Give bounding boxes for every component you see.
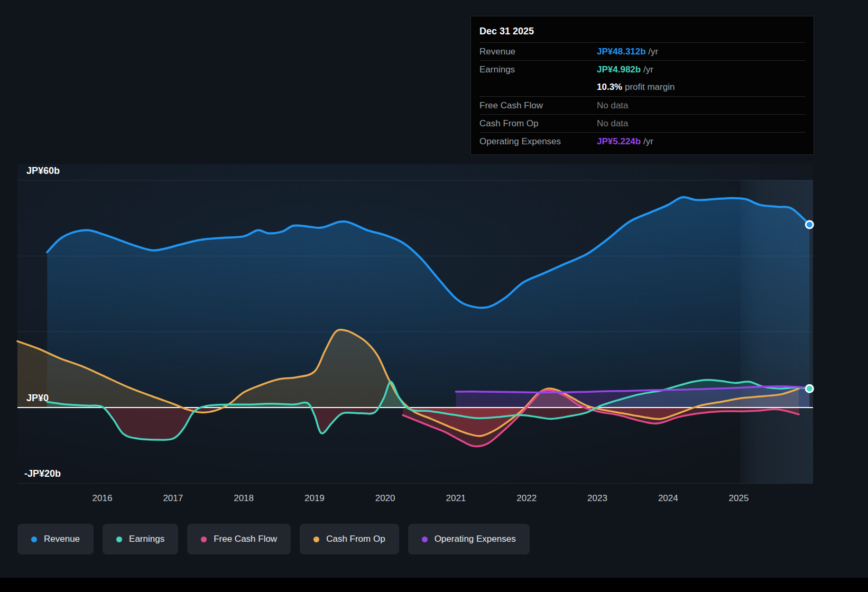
y-axis-label: JP¥60b [26,165,60,176]
tooltip-value: No data [597,100,805,111]
x-axis-label: 2022 [516,493,537,503]
x-axis-label: 2017 [163,493,183,503]
x-axis-label: 2019 [304,493,325,503]
tooltip-label: Free Cash Flow [479,100,597,111]
chart-tooltip: Dec 31 2025 Revenue JP¥48.312b /yr Earni… [470,16,814,155]
legend-item-operating-expenses[interactable]: Operating Expenses [408,524,530,554]
x-axis-label: 2021 [446,493,466,503]
legend-item-free-cash-flow[interactable]: Free Cash Flow [187,524,291,554]
y-axis-label: JP¥0 [26,393,49,403]
legend-item-earnings[interactable]: Earnings [103,524,178,554]
x-axis-label: 2018 [234,493,254,503]
cash-from-op-dot-icon [313,536,319,542]
tooltip-label: Cash From Op [479,118,597,129]
legend-item-cash-from-op[interactable]: Cash From Op [300,524,399,554]
revenue-dot-icon [31,536,37,542]
end-marker-revenue [806,221,813,228]
legend-label: Operating Expenses [435,534,516,544]
tooltip-value: No data [597,118,805,129]
tooltip-value: JP¥5.224b /yr [597,136,805,147]
tooltip-row-free-cash-flow: Free Cash Flow No data [479,96,805,114]
free-cash-flow-dot-icon [201,536,207,542]
x-axis-label: 2020 [375,493,395,503]
chart-legend: Revenue Earnings Free Cash Flow Cash Fro… [17,524,530,554]
legend-item-revenue[interactable]: Revenue [17,524,94,554]
tooltip-label: Operating Expenses [479,136,597,147]
tooltip-value: JP¥48.312b /yr [597,47,805,57]
financial-history-chart-page: JP¥60bJP¥0-JP¥20b20162017201820192020202… [0,0,868,592]
x-axis-label: 2025 [729,493,749,503]
legend-label: Free Cash Flow [214,534,277,544]
legend-label: Cash From Op [326,534,385,544]
tooltip-row-cash-from-op: Cash From Op No data [479,114,805,132]
tooltip-row-operating-expenses: Operating Expenses JP¥5.224b /yr [479,132,805,150]
tooltip-row-earnings: Earnings JP¥4.982b /yr [479,60,805,78]
tooltip-row-profit-margin: 10.3% profit margin [479,78,805,96]
tooltip-label: Revenue [479,47,597,57]
legend-label: Earnings [129,534,164,544]
operating-expenses-dot-icon [422,536,428,542]
tooltip-value: JP¥4.982b /yr [597,64,805,75]
x-axis-label: 2024 [658,493,678,503]
legend-label: Revenue [44,534,80,544]
bottom-bar [0,578,868,592]
y-axis-label: -JP¥20b [24,468,61,479]
tooltip-date: Dec 31 2025 [479,22,805,42]
end-marker-earnings [806,385,813,392]
x-axis-label: 2016 [93,493,113,503]
tooltip-label: Earnings [479,64,597,75]
earnings-dot-icon [116,536,122,542]
x-axis-label: 2023 [587,493,607,503]
tooltip-value: 10.3% profit margin [597,82,805,92]
tooltip-row-revenue: Revenue JP¥48.312b /yr [479,42,805,60]
